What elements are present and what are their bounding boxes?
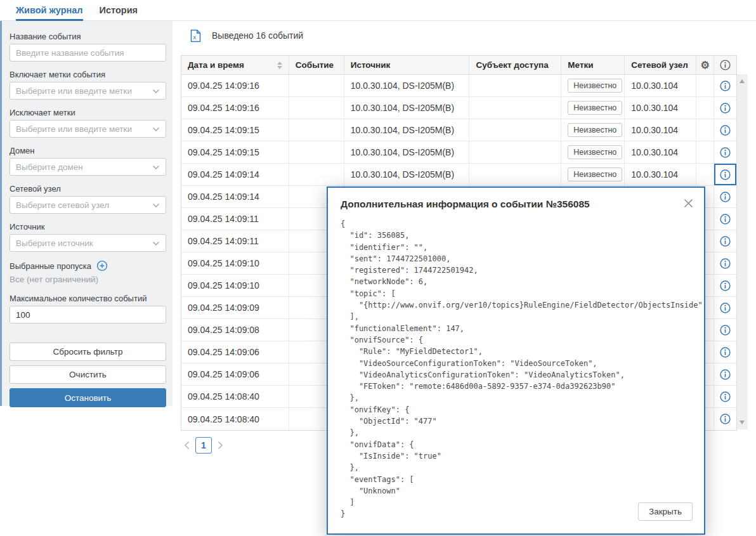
info-icon <box>719 235 731 247</box>
cell-datetime: 09.04.25 14:09:11 <box>181 208 289 230</box>
cell-datetime: 09.04.25 14:09:06 <box>181 363 289 385</box>
tag-badge: Неизвестно <box>568 101 622 115</box>
field-label: Максимальное количество событий <box>10 294 166 303</box>
row-info-button[interactable] <box>714 230 736 252</box>
add-pass-icon[interactable] <box>96 260 108 271</box>
header-tags: Метки <box>561 56 625 74</box>
event-name-input[interactable] <box>10 44 166 62</box>
header-datetime[interactable]: Дата и время <box>181 56 289 74</box>
cell-gear <box>696 141 714 163</box>
field-label: Название события <box>10 32 166 41</box>
row-info-button[interactable] <box>714 164 736 185</box>
network-node-select[interactable]: Выберите сетевой узел <box>10 196 166 214</box>
page-number-button[interactable]: 1 <box>195 437 212 454</box>
info-icon <box>719 391 731 403</box>
chevron-down-icon <box>152 237 160 249</box>
field-label: Домен <box>10 146 166 155</box>
row-info-button[interactable] <box>714 141 736 163</box>
table-row[interactable]: 09.04.25 14:09:1510.0.30.104, DS-I205M(B… <box>181 119 736 141</box>
info-icon <box>719 147 731 159</box>
cell-event <box>289 141 344 163</box>
close-icon[interactable] <box>681 196 695 210</box>
table-scrollbar[interactable] <box>737 74 748 429</box>
row-info-button[interactable] <box>714 363 736 385</box>
include-tags-select[interactable]: Выберите или введите метки <box>10 82 166 100</box>
info-icon <box>719 169 731 181</box>
cell-source: 10.0.30.104, DS-I205M(B) <box>344 119 470 141</box>
cell-tags: Неизвестно <box>561 75 625 96</box>
cell-datetime: 09.04.25 14:09:16 <box>181 75 289 96</box>
sidebar-fields: Название событияВключает метки событияВы… <box>10 32 166 252</box>
tag-badge: Неизвестно <box>568 79 622 93</box>
scroll-down-icon[interactable] <box>740 421 745 424</box>
placeholder-text: Выберите источник <box>16 239 93 248</box>
table-row[interactable]: 09.04.25 14:09:1410.0.30.104, DS-I205M(B… <box>181 164 736 186</box>
field-max-events: Максимальное количество событий <box>10 294 166 324</box>
close-button[interactable]: Закрыть <box>638 502 693 521</box>
row-info-button[interactable] <box>714 208 736 230</box>
tag-badge: Неизвестно <box>568 123 622 137</box>
cell-gear <box>696 164 714 185</box>
placeholder-text: Выберите домен <box>16 162 83 172</box>
cell-datetime: 09.04.25 14:09:10 <box>181 275 289 296</box>
cell-datetime: 09.04.25 14:09:11 <box>181 230 289 252</box>
field-label: Исключает метки <box>10 108 166 117</box>
svg-text:x: x <box>193 34 197 41</box>
modal-title: Дополнительная информация о событии №356… <box>341 199 691 210</box>
header-node: Сетевой узел <box>625 56 696 74</box>
row-info-button[interactable] <box>714 297 736 318</box>
prev-page-button[interactable] <box>184 441 190 450</box>
cell-datetime: 09.04.25 14:09:14 <box>181 186 289 207</box>
cell-subject <box>469 119 561 141</box>
row-info-button[interactable] <box>714 341 736 363</box>
header-subject: Субъект доступа <box>469 56 561 74</box>
row-info-button[interactable] <box>714 319 736 341</box>
export-excel-icon[interactable]: x <box>190 29 201 42</box>
info-icon <box>719 324 731 336</box>
table-header: Дата и время Событие Источник Субъект до… <box>181 56 736 75</box>
row-info-button[interactable] <box>714 252 736 274</box>
max-events-input[interactable] <box>10 306 166 324</box>
domain-select[interactable]: Выберите домен <box>10 158 166 176</box>
sort-arrows-icon[interactable] <box>277 62 282 69</box>
row-info-button[interactable] <box>714 75 736 96</box>
cell-event <box>289 119 344 141</box>
table-row[interactable]: 09.04.25 14:09:1610.0.30.104, DS-I205M(B… <box>181 75 736 97</box>
cell-tags: Неизвестно <box>561 97 625 119</box>
next-page-button[interactable] <box>218 441 223 450</box>
row-info-button[interactable] <box>714 386 736 407</box>
clear-button[interactable]: Очистить <box>10 365 166 384</box>
row-info-button[interactable] <box>714 275 736 296</box>
tab-history[interactable]: История <box>100 0 138 20</box>
tab-bar: Живой журнал История <box>0 0 756 21</box>
tag-badge: Неизвестно <box>568 145 622 159</box>
reset-filter-button[interactable]: Сбросить фильтр <box>10 343 166 361</box>
sidebar-buttons: Сбросить фильтр Очистить Остановить <box>10 343 166 407</box>
cell-tags: Неизвестно <box>561 119 625 141</box>
column-settings-button[interactable]: ⚙ <box>696 56 714 74</box>
cell-gear <box>696 75 714 96</box>
row-info-button[interactable] <box>714 97 736 119</box>
scroll-up-icon[interactable] <box>740 79 745 83</box>
tab-live-journal[interactable]: Живой журнал <box>16 0 83 20</box>
cell-node: 10.0.30.104 <box>625 141 696 163</box>
chevron-down-icon <box>152 161 160 173</box>
info-icon <box>719 369 731 381</box>
cell-datetime: 09.04.25 14:09:08 <box>181 319 289 341</box>
header-info <box>714 56 736 74</box>
cell-subject <box>469 141 561 163</box>
row-info-button[interactable] <box>714 408 736 430</box>
header-event: Событие <box>289 56 344 74</box>
field-label: Включает метки события <box>10 70 166 79</box>
source-select[interactable]: Выберите источник <box>10 234 166 252</box>
event-details-modal: Дополнительная информация о событии №356… <box>327 186 705 535</box>
info-icon <box>719 413 731 425</box>
info-icon <box>719 213 731 225</box>
table-row[interactable]: 09.04.25 14:09:1610.0.30.104, DS-I205M(B… <box>181 97 736 119</box>
cell-datetime: 09.04.25 14:08:40 <box>181 408 289 430</box>
table-row[interactable]: 09.04.25 14:09:1510.0.30.104, DS-I205M(B… <box>181 141 736 164</box>
stop-button[interactable]: Остановить <box>10 388 166 407</box>
row-info-button[interactable] <box>714 186 736 207</box>
row-info-button[interactable] <box>714 119 736 141</box>
exclude-tags-select[interactable]: Выберите или введите метки <box>10 120 166 138</box>
